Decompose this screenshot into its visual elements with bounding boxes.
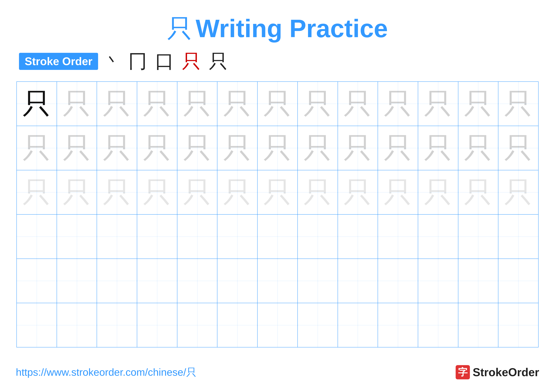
table-cell[interactable]: 只 bbox=[137, 126, 177, 170]
char-faded: 只 bbox=[143, 90, 171, 118]
table-cell[interactable]: 只 bbox=[418, 170, 458, 214]
table-cell[interactable]: 只 bbox=[498, 126, 538, 170]
table-cell[interactable]: 只 bbox=[177, 82, 217, 126]
footer-link[interactable]: https://www.strokeorder.com/chinese/只 bbox=[16, 365, 197, 379]
char-faded: 只 bbox=[343, 134, 372, 162]
table-cell[interactable] bbox=[177, 259, 217, 303]
table-cell[interactable]: 只 bbox=[217, 170, 257, 214]
table-cell[interactable] bbox=[57, 259, 97, 303]
table-cell[interactable] bbox=[418, 303, 458, 347]
table-cell[interactable]: 只 bbox=[458, 126, 498, 170]
table-cell[interactable]: 只 bbox=[257, 82, 298, 126]
table-cell[interactable]: 只 bbox=[97, 170, 137, 214]
table-cell[interactable]: 只 bbox=[57, 82, 97, 126]
table-cell[interactable] bbox=[257, 214, 298, 259]
table-cell[interactable] bbox=[17, 214, 57, 259]
table-cell[interactable] bbox=[458, 259, 498, 303]
table-cell[interactable] bbox=[458, 303, 498, 347]
table-cell[interactable]: 只 bbox=[378, 82, 418, 126]
table-cell[interactable] bbox=[217, 303, 257, 347]
table-cell[interactable]: 只 bbox=[57, 126, 97, 170]
table-cell[interactable]: 只 bbox=[378, 126, 418, 170]
table-cell[interactable] bbox=[57, 303, 97, 347]
table-cell[interactable]: 只 bbox=[298, 126, 338, 170]
table-cell[interactable] bbox=[298, 303, 338, 347]
table-cell[interactable] bbox=[338, 259, 378, 303]
char-faded-light: 只 bbox=[183, 178, 212, 207]
char-faded: 只 bbox=[103, 90, 131, 118]
table-cell[interactable]: 只 bbox=[498, 82, 538, 126]
char-faded-light: 只 bbox=[223, 178, 252, 207]
table-cell[interactable] bbox=[57, 214, 97, 259]
table-cell[interactable] bbox=[498, 259, 538, 303]
stroke-order-badge: Stroke Order bbox=[19, 53, 98, 70]
char-faded: 只 bbox=[263, 90, 292, 118]
table-cell[interactable]: 只 bbox=[298, 82, 338, 126]
table-cell[interactable]: 只 bbox=[177, 170, 217, 214]
table-cell[interactable] bbox=[418, 259, 458, 303]
table-cell[interactable]: 只 bbox=[257, 126, 298, 170]
table-cell[interactable] bbox=[177, 214, 217, 259]
char-faded: 只 bbox=[183, 90, 212, 118]
table-cell[interactable] bbox=[257, 259, 298, 303]
table-cell[interactable] bbox=[97, 303, 137, 347]
table-cell[interactable] bbox=[137, 303, 177, 347]
table-cell[interactable] bbox=[257, 303, 298, 347]
table-cell[interactable] bbox=[378, 214, 418, 259]
table-cell[interactable]: 只 bbox=[338, 170, 378, 214]
char-faded-light: 只 bbox=[103, 178, 131, 207]
table-cell[interactable] bbox=[97, 214, 137, 259]
table-cell[interactable] bbox=[498, 303, 538, 347]
table-cell[interactable]: 只 bbox=[458, 82, 498, 126]
table-cell[interactable]: 只 bbox=[418, 126, 458, 170]
table-cell[interactable] bbox=[418, 214, 458, 259]
table-cell[interactable] bbox=[378, 259, 418, 303]
table-cell[interactable]: 只 bbox=[338, 126, 378, 170]
char-faded: 只 bbox=[424, 134, 452, 162]
title-text: Writing Practice bbox=[196, 16, 388, 41]
logo-text: StrokeOrder bbox=[473, 366, 539, 379]
char-faded: 只 bbox=[384, 90, 412, 118]
table-cell[interactable] bbox=[378, 303, 418, 347]
table-cell[interactable]: 只 bbox=[338, 82, 378, 126]
grid-row-4 bbox=[17, 214, 538, 259]
table-cell[interactable]: 只 bbox=[177, 126, 217, 170]
table-cell[interactable] bbox=[338, 214, 378, 259]
table-cell[interactable]: 只 bbox=[257, 170, 298, 214]
table-cell[interactable] bbox=[177, 303, 217, 347]
char-faded: 只 bbox=[504, 134, 533, 162]
table-cell[interactable] bbox=[217, 214, 257, 259]
table-cell[interactable] bbox=[458, 214, 498, 259]
table-cell[interactable]: 只 bbox=[57, 170, 97, 214]
table-cell[interactable]: 只 bbox=[17, 82, 57, 126]
table-cell[interactable]: 只 bbox=[17, 126, 57, 170]
char-faded: 只 bbox=[63, 90, 91, 118]
table-cell[interactable] bbox=[298, 214, 338, 259]
table-cell[interactable] bbox=[217, 259, 257, 303]
table-cell[interactable]: 只 bbox=[137, 170, 177, 214]
table-cell[interactable]: 只 bbox=[418, 82, 458, 126]
table-cell[interactable]: 只 bbox=[17, 170, 57, 214]
table-cell[interactable]: 只 bbox=[298, 170, 338, 214]
char-faded: 只 bbox=[223, 134, 252, 162]
table-cell[interactable] bbox=[17, 303, 57, 347]
table-cell[interactable] bbox=[338, 303, 378, 347]
table-cell[interactable]: 只 bbox=[498, 170, 538, 214]
table-cell[interactable] bbox=[137, 214, 177, 259]
table-cell[interactable]: 只 bbox=[137, 82, 177, 126]
table-cell[interactable]: 只 bbox=[378, 170, 418, 214]
table-cell[interactable]: 只 bbox=[97, 82, 137, 126]
table-cell[interactable] bbox=[97, 259, 137, 303]
table-cell[interactable]: 只 bbox=[97, 126, 137, 170]
table-cell[interactable] bbox=[137, 259, 177, 303]
table-cell[interactable] bbox=[17, 259, 57, 303]
table-cell[interactable]: 只 bbox=[217, 126, 257, 170]
char-solid: 只 bbox=[22, 90, 51, 118]
grid-row-2: 只 只 只 只 只 只 只 只 只 只 只 只 只 bbox=[17, 126, 538, 170]
table-cell[interactable]: 只 bbox=[458, 170, 498, 214]
table-cell[interactable] bbox=[298, 259, 338, 303]
table-cell[interactable] bbox=[498, 214, 538, 259]
table-cell[interactable]: 只 bbox=[217, 82, 257, 126]
char-faded: 只 bbox=[223, 90, 252, 118]
page-title: 只 Writing Practice bbox=[167, 16, 388, 41]
